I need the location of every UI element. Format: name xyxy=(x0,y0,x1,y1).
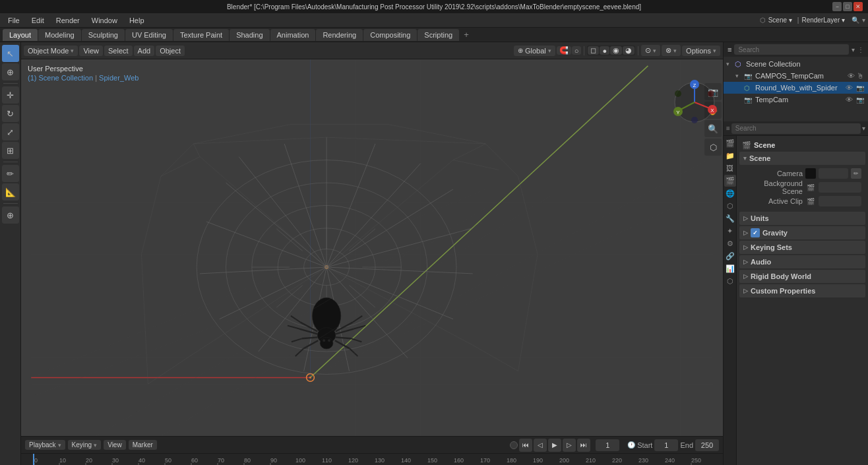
next-frame[interactable]: ▷ xyxy=(563,439,576,452)
view-menu[interactable]: View xyxy=(79,46,103,56)
physics-icon[interactable]: ⚙ xyxy=(724,237,736,249)
current-frame-display[interactable]: 1 xyxy=(596,439,619,451)
proportional-edit[interactable]: ○ xyxy=(572,46,582,55)
tool-cursor[interactable]: ⊕ xyxy=(2,63,19,80)
rendered-shading[interactable]: ◕ xyxy=(623,46,635,55)
search-icon-global[interactable]: 🔍 xyxy=(852,16,859,24)
visibility-toggle-1[interactable]: 👁 xyxy=(848,72,855,80)
audio-section-header[interactable]: ▷ Audio xyxy=(739,255,865,268)
object-menu[interactable]: Object xyxy=(156,46,185,56)
keying-menu[interactable]: Keying ▾ xyxy=(68,440,102,450)
tab-rendering[interactable]: Rendering xyxy=(316,29,363,41)
playback-menu[interactable]: Playback ▾ xyxy=(25,440,65,450)
outliner-item-tempcam[interactable]: 📷 TempCam 👁 📷 xyxy=(724,94,868,106)
view-timeline-menu[interactable]: View xyxy=(104,440,126,450)
properties-search[interactable] xyxy=(731,123,861,134)
tab-scripting[interactable]: Scripting xyxy=(418,29,459,41)
wireframe-shading[interactable]: ◻ xyxy=(588,46,599,55)
tool-annotate[interactable]: ✏ xyxy=(2,165,19,182)
frame-ruler[interactable]: 0 10 20 30 40 50 60 70 80 90 100 110 120… xyxy=(21,453,723,465)
menu-file[interactable]: File xyxy=(3,15,25,26)
outliner-search[interactable] xyxy=(734,44,849,55)
rigid-body-world-header[interactable]: ▷ Rigid Body World xyxy=(739,270,865,283)
material-shading[interactable]: ◉ xyxy=(610,46,622,55)
bg-scene-value[interactable] xyxy=(819,182,861,193)
scene-properties-icon[interactable]: 🎬 xyxy=(724,175,736,187)
gravity-checkbox[interactable]: ✓ xyxy=(751,228,760,237)
camera-icon-toggle[interactable]: 📷 xyxy=(856,96,864,104)
add-menu[interactable]: Add xyxy=(134,46,155,56)
object-mode-dropdown[interactable]: Object Mode ▾ xyxy=(24,46,78,56)
tool-add[interactable]: ⊕ xyxy=(2,206,19,224)
object-properties-icon[interactable]: ⬡ xyxy=(724,200,736,212)
camera-value[interactable] xyxy=(819,168,848,179)
filter-icon[interactable]: ▾ xyxy=(862,16,865,24)
keying-sets-header[interactable]: ▷ Keying Sets xyxy=(739,241,865,254)
outliner-filter[interactable]: ▾ xyxy=(852,46,855,53)
gizmo-options[interactable]: ⊗ ▾ xyxy=(662,45,681,56)
menu-edit[interactable]: Edit xyxy=(26,15,49,26)
tab-compositing[interactable]: Compositing xyxy=(363,29,417,41)
outliner-item-web[interactable]: ⬡ Round_Web_with_Spider 👁 📷 xyxy=(724,82,868,94)
3d-viewport[interactable]: User Perspective (1) Scene Collection | … xyxy=(21,59,723,436)
jump-to-start[interactable]: ⏮ xyxy=(519,439,532,452)
scene-section-header[interactable]: ▾ Scene xyxy=(739,152,865,165)
outliner-item-campos[interactable]: ▾ 📷 CAMPOS_TempCam 👁 🖱 xyxy=(724,70,868,82)
viewport-render-region[interactable]: ⬡ xyxy=(704,139,722,156)
particles-icon[interactable]: ✦ xyxy=(724,225,736,237)
props-options[interactable]: ▾ xyxy=(862,125,865,132)
gravity-section-header[interactable]: ▷ ✓ Gravity xyxy=(739,226,865,239)
play-button[interactable]: ▶ xyxy=(548,439,561,452)
select-toggle-1[interactable]: 🖱 xyxy=(857,72,864,80)
view-layer-icon[interactable]: 🖼 xyxy=(724,162,736,174)
viewport-options-btn[interactable]: Options ▾ xyxy=(682,46,720,56)
close-button[interactable]: ✕ xyxy=(853,2,863,11)
menu-render[interactable]: Render xyxy=(51,15,85,26)
tab-modeling[interactable]: Modeling xyxy=(38,29,81,41)
end-frame[interactable]: 250 xyxy=(695,439,719,451)
tab-shading[interactable]: Shading xyxy=(230,29,269,41)
world-properties-icon[interactable]: 🌐 xyxy=(724,187,736,199)
snap-toggle[interactable]: 🧲 xyxy=(557,46,571,55)
modifiers-icon[interactable]: 🔧 xyxy=(724,212,736,224)
visibility-toggle-3[interactable]: 👁 xyxy=(846,96,853,104)
render-layer-dropdown[interactable]: RenderLayer ▾ xyxy=(801,16,845,24)
active-clip-value[interactable] xyxy=(819,196,861,206)
menu-window[interactable]: Window xyxy=(86,15,123,26)
marker-menu[interactable]: Marker xyxy=(129,440,157,450)
overlay-options[interactable]: ⊙ ▾ xyxy=(641,45,660,56)
tool-select[interactable]: ↖ xyxy=(2,45,19,62)
tab-animation[interactable]: Animation xyxy=(270,29,316,41)
solid-shading[interactable]: ● xyxy=(600,46,609,55)
tool-scale[interactable]: ⤢ xyxy=(2,123,19,140)
outliner-options[interactable]: ⋮ xyxy=(857,46,864,53)
tab-uv-editing[interactable]: UV Editing xyxy=(125,29,173,41)
render-properties-icon[interactable]: 🎬 xyxy=(724,137,736,149)
outliner-scene-collection[interactable]: ▾ ⬡ Scene Collection xyxy=(724,58,868,70)
tab-sculpting[interactable]: Sculpting xyxy=(82,29,125,41)
add-workspace-button[interactable]: + xyxy=(460,28,473,42)
tool-measure[interactable]: 📐 xyxy=(2,183,19,201)
maximize-button[interactable]: □ xyxy=(843,2,852,11)
data-icon[interactable]: 📊 xyxy=(724,263,736,274)
prev-frame[interactable]: ◁ xyxy=(534,439,547,452)
visibility-toggle-2[interactable]: 👁 xyxy=(846,84,853,92)
tool-move[interactable]: ✛ xyxy=(2,86,19,104)
navigation-gizmo[interactable]: Z X Y xyxy=(671,79,718,125)
tool-transform[interactable]: ⊞ xyxy=(2,142,19,159)
output-properties-icon[interactable]: 📁 xyxy=(724,150,736,162)
jump-to-end[interactable]: ⏭ xyxy=(577,439,590,452)
minimize-button[interactable]: － xyxy=(832,2,842,11)
custom-properties-header[interactable]: ▷ Custom Properties xyxy=(739,284,865,297)
tab-texture-paint[interactable]: Texture Paint xyxy=(173,29,229,41)
units-section-header[interactable]: ▷ Units xyxy=(739,212,865,225)
tab-layout[interactable]: Layout xyxy=(3,29,38,41)
tool-rotate[interactable]: ↻ xyxy=(2,105,19,122)
constraints-icon[interactable]: 🔗 xyxy=(724,250,736,262)
scene-dropdown[interactable]: Scene ▾ xyxy=(768,16,792,24)
camera-edit-btn[interactable]: ✏ xyxy=(851,168,861,179)
start-frame[interactable]: 1 xyxy=(654,439,678,451)
global-orientation-dropdown[interactable]: ⊕ Global ▾ xyxy=(514,46,555,56)
material-icon[interactable]: ⬡ xyxy=(724,275,736,287)
select-menu[interactable]: Select xyxy=(104,46,133,56)
